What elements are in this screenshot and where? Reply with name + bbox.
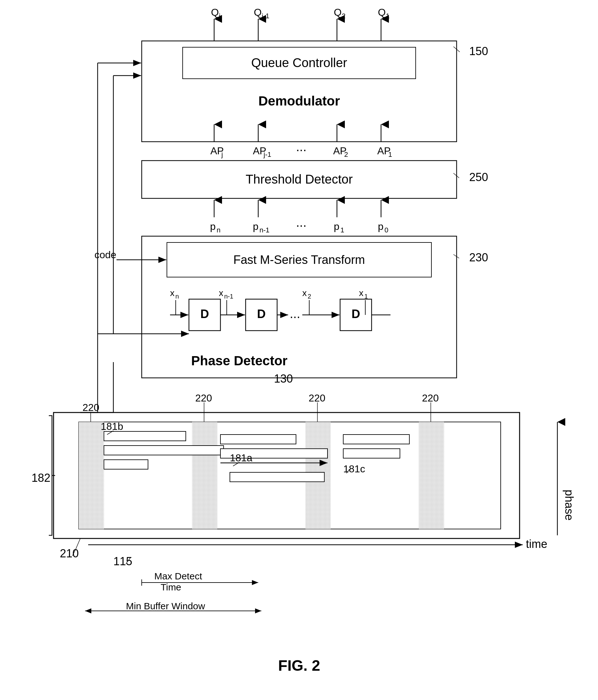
- q-2-label: Q: [334, 7, 342, 18]
- ap-dots: ...: [296, 140, 306, 154]
- ap-1-sub: 1: [388, 151, 392, 158]
- x-n-label: x: [170, 288, 174, 298]
- svg-rect-50: [419, 422, 444, 529]
- x-1-sub: 1: [364, 293, 368, 300]
- svg-rect-52: [104, 446, 224, 455]
- fig-caption: FIG. 2: [278, 657, 320, 674]
- svg-rect-57: [230, 472, 324, 482]
- p-n1-sub: n-1: [259, 226, 270, 234]
- q-1-label: Q: [378, 7, 386, 18]
- ap-2-sub: 2: [344, 151, 348, 158]
- svg-rect-51: [104, 431, 186, 441]
- ref-250: 250: [469, 171, 488, 183]
- threshold-detector-label: Threshold Detector: [246, 172, 353, 186]
- d-1-label: D: [200, 307, 209, 321]
- ref-230: 230: [469, 251, 488, 264]
- x-n-sub: n: [175, 293, 179, 300]
- x-1-label: x: [359, 288, 364, 298]
- svg-rect-48: [192, 422, 217, 529]
- q-1-sub: 1: [386, 12, 390, 20]
- svg-rect-53: [104, 460, 148, 469]
- ref-220-2: 220: [195, 392, 212, 404]
- x-n1-label: x: [219, 288, 223, 298]
- p-n1-label: p: [253, 221, 258, 232]
- q-2-sub: 2: [342, 12, 345, 20]
- ref-220-1: 220: [82, 402, 99, 413]
- svg-rect-47: [79, 422, 104, 529]
- ref-182: 182: [31, 471, 50, 484]
- ref-220-3: 220: [308, 392, 325, 404]
- ref-220-4: 220: [422, 392, 439, 404]
- queue-controller-label: Queue Controller: [251, 56, 347, 70]
- time-axis-label: time: [526, 538, 547, 550]
- min-buffer-label: Min Buffer Window: [126, 601, 205, 611]
- p-0-label: p: [378, 221, 383, 232]
- q-j1-sub: j-1: [261, 12, 269, 20]
- x-n1-sub: n-1: [224, 293, 233, 300]
- phase-axis-label: phase: [563, 490, 576, 521]
- diagram-container: Queue Controller Demodulator 150 Q j Q j…: [0, 0, 598, 700]
- ref-130: 130: [274, 372, 293, 385]
- q-j-sub: j: [219, 12, 220, 20]
- max-detect-label: Max Detect: [154, 571, 202, 581]
- d-3-label: D: [351, 307, 360, 321]
- p-1-sub: 1: [341, 226, 344, 234]
- svg-rect-54: [220, 434, 296, 444]
- ref-115: 115: [114, 555, 132, 568]
- p-dots: ...: [296, 216, 306, 229]
- p-n-label: p: [210, 221, 216, 232]
- ref-181a: 181a: [230, 452, 252, 464]
- p-n-sub: n: [217, 226, 220, 234]
- x-2-sub: 2: [308, 293, 311, 300]
- d-dots: ...: [290, 307, 300, 321]
- p-0-sub: 0: [384, 226, 388, 234]
- ref-150: 150: [469, 45, 488, 58]
- ref-181b: 181b: [101, 421, 123, 432]
- ap-j-sub: j: [221, 151, 223, 158]
- fast-m-series-label: Fast M-Series Transform: [233, 253, 365, 267]
- max-detect-time-label: Time: [160, 582, 181, 592]
- ap-j1-sub: j-1: [263, 151, 271, 158]
- x-2-label: x: [302, 288, 307, 298]
- q-j-label: Q: [211, 7, 219, 18]
- phase-detector-label: Phase Detector: [191, 353, 288, 368]
- demodulator-label: Demodulator: [258, 94, 340, 108]
- svg-rect-59: [343, 449, 400, 458]
- p-1-label: p: [334, 221, 340, 232]
- svg-rect-58: [343, 434, 409, 444]
- d-2-label: D: [257, 307, 266, 321]
- q-j1-label: Q: [254, 7, 262, 18]
